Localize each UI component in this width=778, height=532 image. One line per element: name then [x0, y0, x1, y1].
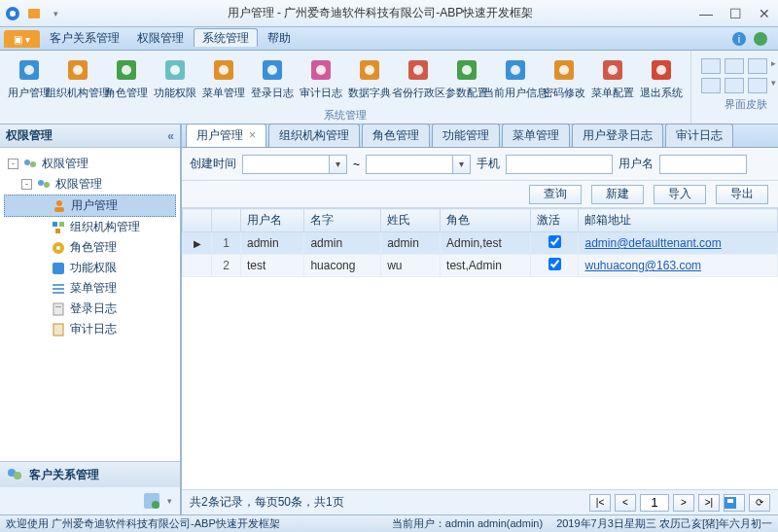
menu-tab-1[interactable]: 权限管理: [129, 29, 192, 47]
qat-dropdown-icon[interactable]: ▾: [47, 5, 64, 22]
ribbon-item-5[interactable]: 登录日志: [249, 54, 296, 108]
minimize-button[interactable]: —: [696, 6, 716, 21]
ribbon-item-11[interactable]: 密码修改: [541, 54, 587, 108]
ribbon-item-10[interactable]: 当前用户信息: [492, 54, 539, 108]
column-header[interactable]: 邮箱地址: [579, 209, 778, 232]
svg-rect-39: [54, 207, 64, 212]
ribbon-item-4[interactable]: 菜单管理: [200, 54, 247, 108]
svg-point-7: [24, 65, 34, 75]
close-tab-icon[interactable]: ×: [249, 128, 256, 142]
email-link[interactable]: admin@defaulttenant.com: [584, 236, 721, 250]
phone-input[interactable]: [506, 155, 613, 174]
tree-node-4[interactable]: 角色管理: [4, 237, 176, 258]
active-checkbox[interactable]: [548, 258, 561, 270]
doc-tab-4[interactable]: 菜单管理: [502, 124, 570, 147]
ribbon-item-1[interactable]: 组织机构管理: [54, 54, 101, 108]
skin-chooser[interactable]: ▸ ▾: [697, 54, 778, 97]
date-picker-icon[interactable]: ▾: [330, 155, 347, 174]
table-row[interactable]: 2testhuacongwutest,Adminwuhuacong@163.co…: [183, 255, 778, 277]
export-button[interactable]: 导出: [716, 185, 768, 204]
svg-rect-40: [53, 222, 57, 227]
svg-point-44: [56, 246, 60, 250]
column-header[interactable]: 名字: [304, 209, 381, 232]
tree-node-0[interactable]: -权限管理: [4, 154, 176, 174]
main-area: 用户管理×组织机构管理角色管理功能管理菜单管理用户登录日志审计日志 创建时间 ▾…: [181, 124, 778, 514]
tree-node-3[interactable]: 组织机构管理: [4, 217, 176, 237]
import-button[interactable]: 导入: [654, 185, 706, 204]
doc-tab-6[interactable]: 审计日志: [665, 124, 733, 147]
ribbon-item-6[interactable]: 审计日志: [298, 54, 344, 108]
ribbon-group-label: 系统管理: [6, 108, 685, 122]
svg-point-27: [511, 65, 520, 75]
sidebar-footer-link[interactable]: 客户关系管理: [0, 462, 180, 487]
column-header[interactable]: 姓氏: [381, 209, 441, 232]
pager-first-button[interactable]: |<: [589, 494, 611, 512]
ribbon-icon: [259, 56, 286, 84]
column-header[interactable]: 用户名: [241, 209, 304, 232]
pager-page-input[interactable]: [640, 494, 669, 512]
svg-rect-51: [53, 324, 63, 336]
close-button[interactable]: ✕: [755, 6, 774, 21]
pager-refresh-icon[interactable]: ⟳: [749, 494, 770, 512]
table-row[interactable]: ▶1adminadminadminAdmin,testadmin@default…: [183, 232, 778, 255]
collapse-icon[interactable]: «: [167, 129, 174, 143]
org-icon: [51, 220, 66, 235]
active-checkbox[interactable]: [548, 235, 561, 248]
doc-tab-2[interactable]: 角色管理: [362, 124, 430, 147]
pager-next-button[interactable]: >: [673, 494, 694, 512]
pager-prev-button[interactable]: <: [615, 494, 636, 512]
role-icon: [51, 240, 66, 256]
email-link[interactable]: wuhuacong@163.com: [584, 259, 701, 272]
pager-last-button[interactable]: >|: [698, 494, 720, 512]
doc-tab-1[interactable]: 组织机构管理: [268, 124, 360, 147]
column-header[interactable]: 角色: [441, 209, 531, 232]
sidebar: 权限管理 « -权限管理-权限管理用户管理组织机构管理角色管理功能权限菜单管理登…: [0, 124, 181, 514]
svg-point-35: [30, 161, 36, 167]
svg-point-38: [56, 200, 62, 206]
menu-tab-3[interactable]: 帮助: [260, 29, 299, 47]
file-menu-button[interactable]: ▣ ▾: [4, 30, 40, 48]
ribbon-icon: [453, 56, 480, 84]
ribbon-icon: [599, 56, 626, 84]
expander-icon[interactable]: -: [21, 179, 32, 190]
created-to-input[interactable]: [366, 155, 453, 174]
footer-options-icon[interactable]: ▾: [167, 496, 172, 506]
svg-point-9: [73, 65, 83, 75]
ribbon-item-8[interactable]: 省份行政区: [395, 54, 442, 108]
username-input[interactable]: [659, 155, 747, 174]
tree-node-2[interactable]: 用户管理: [4, 195, 176, 217]
date-picker-icon[interactable]: ▾: [453, 155, 471, 174]
ribbon-item-12[interactable]: 菜单配置: [589, 54, 636, 108]
menu-tab-0[interactable]: 客户关系管理: [42, 29, 127, 47]
footer-settings-icon[interactable]: [142, 491, 161, 511]
new-button[interactable]: 新建: [591, 185, 644, 204]
tree-node-7[interactable]: 登录日志: [4, 299, 176, 319]
expander-icon[interactable]: -: [8, 159, 18, 169]
menu-tab-2[interactable]: 系统管理: [194, 28, 258, 47]
user-icon: [52, 198, 67, 214]
ribbon-item-7[interactable]: 数据字典: [346, 54, 393, 108]
tree-node-5[interactable]: 功能权限: [4, 258, 176, 278]
doc-tab-3[interactable]: 功能管理: [432, 124, 500, 147]
doc-tab-5[interactable]: 用户登录日志: [572, 124, 663, 147]
status-welcome: 欢迎使用 广州爱奇迪软件科技有限公司-ABP快速开发框架: [6, 516, 280, 531]
ribbon-item-13[interactable]: 退出系统: [638, 54, 685, 108]
created-from-input[interactable]: [242, 155, 330, 174]
svg-point-37: [44, 182, 50, 188]
ribbon-tabs: ▣ ▾ 客户关系管理权限管理系统管理帮助 i: [0, 27, 778, 51]
about-icon[interactable]: [753, 31, 768, 47]
tree-node-6[interactable]: 菜单管理: [4, 278, 176, 299]
column-header[interactable]: 激活: [531, 209, 579, 232]
ribbon-item-3[interactable]: 功能权限: [152, 54, 198, 108]
maximize-button[interactable]: ☐: [725, 6, 745, 21]
data-grid[interactable]: 用户名名字姓氏角色激活邮箱地址▶1adminadminadminAdmin,te…: [182, 208, 778, 489]
qat-icon[interactable]: [25, 5, 43, 22]
tree-node-1[interactable]: -权限管理: [4, 174, 176, 195]
doc-tab-0[interactable]: 用户管理×: [186, 124, 266, 147]
ribbon-item-2[interactable]: 角色管理: [103, 54, 150, 108]
pager-save-icon[interactable]: [724, 494, 745, 512]
ribbon-icon: [502, 56, 529, 84]
tree-node-8[interactable]: 审计日志: [4, 319, 176, 339]
query-button[interactable]: 查询: [529, 185, 582, 204]
help-icon[interactable]: i: [731, 31, 747, 47]
